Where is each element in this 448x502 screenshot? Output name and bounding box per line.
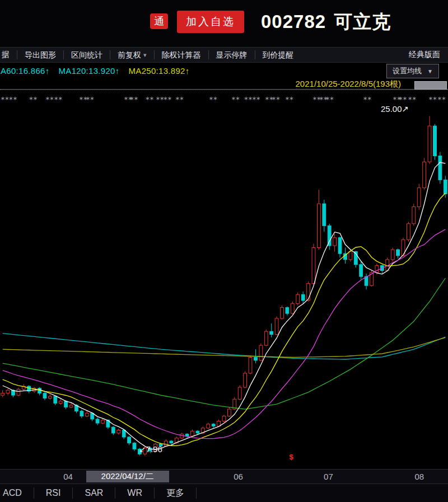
indicator-tab-3[interactable]: WR <box>115 487 155 499</box>
ma-settings-label: 设置均线 <box>393 66 422 76</box>
chart-scrollbar-thumb[interactable] <box>414 81 447 90</box>
low-price-label: ↙7.96 <box>139 444 162 454</box>
event-marker[interactable]: ∗∗ <box>408 96 416 101</box>
stock-code: 002782 <box>261 11 326 32</box>
event-marker[interactable]: ∗∗ <box>428 96 437 101</box>
event-marker[interactable]: ∗∗ <box>437 96 446 101</box>
stock-title: 002782可立克 <box>261 10 391 35</box>
event-marker[interactable]: ∗∗ <box>175 96 184 101</box>
event-marker[interactable]: ∗∗ <box>129 96 138 101</box>
x-tick-08: 08 <box>414 472 424 481</box>
event-marker[interactable]: ∗∗ <box>155 96 164 101</box>
event-marker[interactable]: ∗∗ <box>209 96 217 101</box>
market-tag-badge: 通 <box>150 13 168 29</box>
candlestick-chart[interactable] <box>0 90 448 469</box>
ma-value-label-2: MA250:13.892↑ <box>129 66 190 76</box>
menu-item-3[interactable]: 前复权▾ <box>110 50 154 59</box>
window-header: 通 加入自选 002782可立克 <box>0 0 448 47</box>
ma-value-label-0: A60:16.866↑ <box>1 66 50 76</box>
selected-date-box: 2022/04/12/二 <box>86 471 169 482</box>
indicator-tab-1[interactable]: RSI <box>34 487 73 499</box>
event-marker[interactable]: ∗∗ <box>325 96 334 101</box>
event-marker[interactable]: ∗∗ <box>145 96 153 101</box>
event-marker[interactable]: ∗∗ <box>8 96 17 101</box>
event-marker[interactable]: ∗∗ <box>29 96 37 101</box>
menu-item-6[interactable]: 到价提醒 <box>255 50 301 59</box>
indicator-tab-0[interactable]: ACD <box>0 487 34 499</box>
indicator-toolbar: ACDRSISARWR更多 <box>0 484 448 502</box>
chart-range-row: 2021/10/25-2022/8/5(193根) <box>0 78 448 90</box>
add-to-watchlist-button[interactable]: 加入自选 <box>177 11 244 33</box>
indicator-tab-4[interactable]: 更多 <box>155 487 197 499</box>
chevron-down-icon: ▼ <box>427 68 433 74</box>
menu-item-2[interactable]: 区间统计 <box>63 50 110 59</box>
x-tick-06: 06 <box>234 472 243 481</box>
menu-item-4[interactable]: 除权计算器 <box>154 50 208 59</box>
stock-name: 可立克 <box>334 11 391 32</box>
ma-settings-button[interactable]: 设置均线 ▼ <box>386 64 439 78</box>
menu-item-1[interactable]: 导出图形 <box>17 50 63 59</box>
event-marker[interactable]: ∗∗ <box>163 96 171 101</box>
menu-item-0[interactable]: 据 <box>0 50 17 60</box>
event-marker[interactable]: ∗∗ <box>1 96 9 101</box>
dividend-marker[interactable]: $ <box>289 453 293 461</box>
event-marker[interactable]: ∗∗ <box>272 96 280 101</box>
event-marker[interactable]: ∗∗ <box>231 96 240 101</box>
x-tick-07: 07 <box>324 472 333 481</box>
chart-area: ∗∗∗∗∗∗∗∗∗∗∗∗∗∗∗∗∗∗∗∗∗∗∗∗∗∗∗∗∗∗∗∗∗∗∗∗∗∗∗∗… <box>0 90 448 469</box>
event-marker[interactable]: ∗∗ <box>363 96 371 101</box>
menu-item-5[interactable]: 显示停牌 <box>208 50 255 59</box>
ma-indicator-row: A60:16.866↑MA120:13.920↑MA250:13.892↑ 设置… <box>0 63 448 78</box>
event-marker[interactable]: ∗∗ <box>45 96 54 101</box>
dropdown-caret-icon: ▾ <box>143 50 147 59</box>
event-marker[interactable]: ∗∗ <box>251 96 260 101</box>
event-marker[interactable]: ∗∗ <box>54 96 62 101</box>
event-marker[interactable]: ∗∗ <box>244 96 252 101</box>
event-marker[interactable]: ∗∗ <box>398 96 407 101</box>
menu-item-classic-layout[interactable]: 经典版面 <box>401 50 448 60</box>
chart-menu-bar: 据导出图形区间统计前复权▾除权计算器显示停牌到价提醒 经典版面 <box>0 47 448 63</box>
event-marker[interactable]: ∗∗ <box>86 96 94 101</box>
visible-range-label: 2021/10/25-2022/8/5(193根) <box>296 79 401 90</box>
high-price-label: 25.00↗ <box>381 104 409 114</box>
ma-value-label-1: MA120:13.920↑ <box>59 66 120 76</box>
x-axis: 2022/04/12/二 04060708 <box>0 469 448 484</box>
indicator-tab-2[interactable]: SAR <box>73 487 115 499</box>
event-marker[interactable]: ∗∗ <box>285 96 293 101</box>
x-tick-04: 04 <box>63 472 73 481</box>
